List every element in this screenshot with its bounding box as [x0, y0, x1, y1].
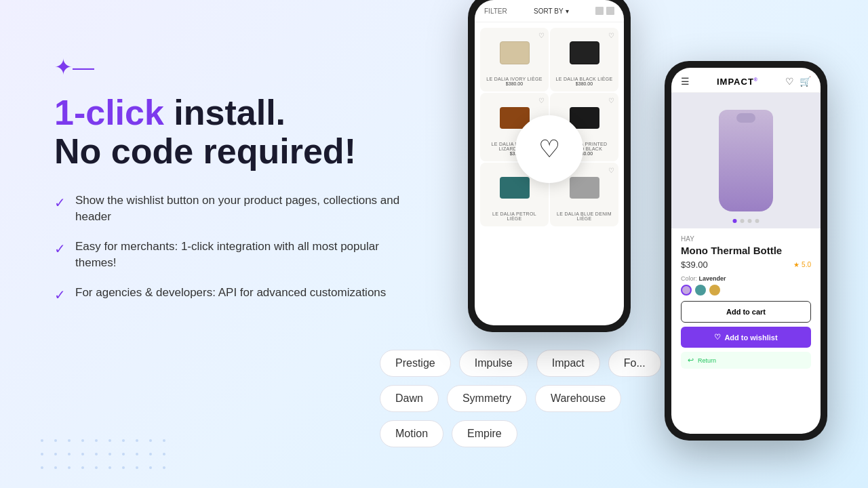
theme-pills: Prestige Impulse Impact Fo... Dawn Symme… — [380, 350, 661, 447]
return-icon: ↩ — [688, 356, 694, 365]
color-swatches — [681, 285, 811, 296]
phone-mockup-left: FILTER SORT BY ▾ ♡ LE DALIA IVORY LIÈGE … — [468, 0, 631, 332]
pill-impulse[interactable]: Impulse — [459, 350, 528, 377]
heart-overlay-icon: ♡ — [538, 135, 560, 163]
feature-text-3: For agencies & developers: API for advan… — [75, 285, 386, 301]
wishlist-icon-4[interactable]: ♡ — [608, 97, 614, 104]
product-rating: ★ 5.0 — [793, 261, 811, 268]
bag-image-teal — [500, 177, 530, 199]
check-icon-2: ✓ — [54, 239, 66, 258]
sort-label: SORT BY — [534, 7, 564, 15]
dots-decoration — [41, 439, 171, 474]
image-dot-3[interactable] — [748, 219, 752, 223]
pill-dawn[interactable]: Dawn — [380, 385, 439, 412]
product-name-5: LE DALIA PETROL LIÈGE — [486, 211, 543, 221]
heart-overlay[interactable]: ♡ — [515, 115, 583, 183]
image-dot-2[interactable] — [741, 219, 745, 223]
bottle-handle — [736, 113, 755, 123]
sort-button[interactable]: SORT BY ▾ — [534, 7, 569, 15]
cart-nav-icon[interactable]: 🛒 — [800, 76, 811, 87]
chevron-down-icon: ▾ — [566, 7, 569, 15]
list-view-icon — [595, 7, 604, 15]
bag-image-ivory — [500, 41, 530, 64]
product-price-display: $39.00 — [681, 260, 708, 270]
nav-action-icons: ♡ 🛒 — [785, 76, 811, 87]
pill-warehouse[interactable]: Warehouse — [535, 385, 621, 412]
pills-row-3: Motion Empire — [380, 420, 661, 447]
color-section: Color: Lavender — [681, 275, 811, 296]
image-dot-1[interactable] — [733, 219, 737, 223]
phone-left-header: FILTER SORT BY ▾ — [475, 0, 624, 22]
feature-text-2: Easy for merchants: 1-click integration … — [75, 239, 420, 271]
color-label: Color: Lavender — [681, 275, 811, 282]
check-icon-3: ✓ — [54, 285, 66, 304]
product-name-1: LE DALIA IVORY LIÈGE — [486, 77, 543, 81]
pill-motion[interactable]: Motion — [380, 420, 443, 447]
product-image-area — [671, 93, 821, 228]
product-price-2: $380.00 — [555, 81, 613, 86]
brand-name: IMPACT® — [717, 77, 758, 87]
feature-text-1: Show the wishlist button on your product… — [75, 192, 420, 225]
pill-prestige[interactable]: Prestige — [380, 350, 451, 377]
swatch-lavender[interactable] — [681, 285, 692, 296]
phone-right-nav: ☰ IMPACT® ♡ 🛒 — [671, 68, 821, 93]
hamburger-icon[interactable]: ☰ — [681, 76, 690, 87]
wishlist-nav-icon[interactable]: ♡ — [785, 76, 794, 87]
product-brand-label: HAY — [681, 235, 811, 243]
headline: 1-click install.No code required! — [54, 94, 420, 171]
product-card-2[interactable]: ♡ LE DALIA BLACK LIÈGE $380.00 — [550, 28, 618, 92]
feature-item-1: ✓ Show the wishlist button on your produ… — [54, 192, 420, 225]
add-to-wishlist-label: Add to wishlist — [724, 333, 777, 342]
return-label: Return — [698, 357, 716, 364]
pill-impact[interactable]: Impact — [536, 350, 600, 377]
product-title: Mono Thermal Bottle — [681, 245, 811, 257]
wishlist-icon-3[interactable]: ♡ — [538, 97, 545, 104]
pill-symmetry[interactable]: Symmetry — [447, 385, 527, 412]
image-dot-4[interactable] — [755, 219, 760, 223]
wishlist-icon-1[interactable]: ♡ — [538, 32, 545, 39]
wishlist-icon-2[interactable]: ♡ — [608, 32, 614, 39]
bag-image-black — [570, 41, 599, 64]
view-toggle[interactable] — [595, 7, 614, 15]
phone-mockup-right: ☰ IMPACT® ♡ 🛒 HAY Mono — [665, 61, 827, 441]
return-section: ↩ Return — [681, 352, 811, 369]
swatch-teal[interactable] — [695, 285, 706, 296]
pills-row-1: Prestige Impulse Impact Fo... — [380, 350, 661, 377]
price-rating-row: $39.00 ★ 5.0 — [681, 260, 811, 270]
add-to-cart-button[interactable]: Add to cart — [681, 301, 811, 323]
product-name-2: LE DALIA BLACK LIÈGE — [555, 77, 613, 81]
product-card-1[interactable]: ♡ LE DALIA IVORY LIÈGE $380.00 — [480, 28, 549, 92]
headline-highlight: 1-click — [54, 93, 164, 132]
feature-item-3: ✓ For agencies & developers: API for adv… — [54, 285, 420, 304]
pills-row-2: Dawn Symmetry Warehouse — [380, 385, 661, 412]
pill-empire[interactable]: Empire — [452, 420, 517, 447]
bottle-image — [719, 110, 773, 211]
feature-item-2: ✓ Easy for merchants: 1-click integratio… — [54, 239, 420, 271]
product-details: HAY Mono Thermal Bottle $39.00 ★ 5.0 Col… — [671, 228, 821, 434]
bag-image-gray — [570, 177, 599, 199]
product-price-1: $380.00 — [486, 81, 543, 86]
image-dots — [733, 219, 760, 223]
pill-fo[interactable]: Fo... — [608, 350, 661, 377]
heart-wishlist-btn-icon: ♡ — [714, 333, 721, 342]
check-icon-1: ✓ — [54, 193, 66, 212]
left-section: ✦— 1-click install.No code required! ✓ S… — [54, 54, 420, 304]
magic-icon: ✦— — [54, 54, 420, 80]
wishlist-icon-6[interactable]: ♡ — [608, 167, 614, 174]
add-to-wishlist-button[interactable]: ♡ Add to wishlist — [681, 327, 811, 348]
grid-view-icon — [606, 7, 614, 15]
features-list: ✓ Show the wishlist button on your produ… — [54, 192, 420, 304]
swatch-gold[interactable] — [709, 285, 720, 296]
filter-label[interactable]: FILTER — [484, 7, 507, 15]
product-name-6: LE DALIA BLUE DENIM LIÈGE — [555, 211, 613, 221]
